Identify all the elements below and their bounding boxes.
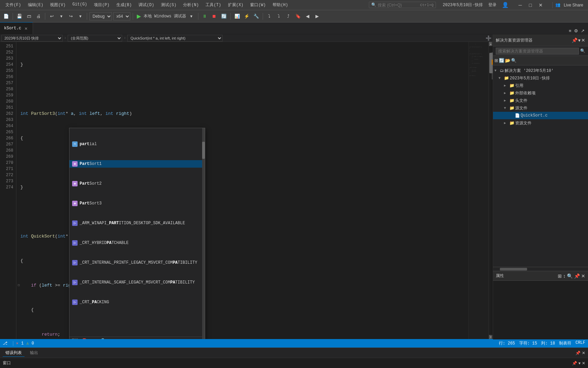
tree-source-files[interactable]: ▼ 📁 源文件: [493, 104, 588, 112]
menu-window[interactable]: 窗口(W): [247, 1, 268, 9]
diagnostics-button[interactable]: 📊: [233, 12, 241, 21]
tree-headers[interactable]: ▶ 📁 头文件: [493, 97, 588, 104]
run-button[interactable]: ▶: [135, 13, 142, 19]
tree-external-deps[interactable]: ▶ 📁 外部依赖项: [493, 89, 588, 97]
menu-edit[interactable]: 编辑(E): [25, 1, 46, 9]
step-out-button[interactable]: ⤴: [284, 12, 293, 21]
ac-icon-shape-5[interactable]: ⏭: [108, 339, 113, 339]
menu-analyze[interactable]: 分析(N): [180, 1, 201, 9]
sol-tb-btn-4[interactable]: 🔍: [511, 58, 517, 63]
menu-project[interactable]: 项目(P): [91, 1, 112, 9]
arch-dropdown[interactable]: x64: [113, 12, 130, 20]
ac-item-partsort2[interactable]: ◈ PartSort2: [69, 180, 205, 187]
title-search-input[interactable]: [378, 3, 419, 7]
undo-drop-button[interactable]: ▾: [57, 12, 65, 21]
menu-extend[interactable]: 扩展(X): [225, 1, 246, 9]
ac-icon-shape-2[interactable]: ⭕: [81, 339, 88, 339]
ac-scrollbar[interactable]: [202, 128, 205, 339]
tree-solution[interactable]: ▼ 🗂 解决方案 '2023年5月10': [493, 67, 588, 74]
tree-quicksort-file[interactable]: 📄 QuickSort.c: [493, 112, 588, 119]
bp-close-btn[interactable]: ✕: [582, 351, 585, 355]
solution-search[interactable]: 🔍: [493, 46, 588, 56]
code-editor[interactable]: 251 252 253 254 255 256 257 258 259 260 …: [0, 42, 493, 339]
redo-drop-button[interactable]: ▾: [76, 12, 84, 21]
undo-button[interactable]: ↩: [48, 12, 56, 21]
bookmark-next-button[interactable]: ▶: [313, 12, 321, 21]
tree-project[interactable]: ▼ 📁 2023年5月10日·快排: [493, 74, 588, 82]
sol-tb-btn-3[interactable]: 📂: [505, 58, 510, 63]
tab-toolbar-btn-3[interactable]: ↗: [580, 28, 585, 34]
ac-icon-shape-4[interactable]: 🔗: [98, 339, 105, 339]
sol-tb-btn-2[interactable]: 🔄: [499, 58, 504, 63]
redo-button[interactable]: ↪: [67, 12, 75, 21]
panel-close-button[interactable]: ✕: [581, 37, 585, 43]
ac-item-crt-hybrid[interactable]: ▷ _CRT_HYBRIDPATCHABLE: [69, 239, 205, 247]
title-search-box[interactable]: 🔍 Ctrl+Q: [369, 2, 436, 8]
tree-hscroll-thumb[interactable]: [500, 268, 527, 271]
ac-item-partsort3[interactable]: ◈ PartSort3: [69, 200, 205, 207]
run-drop-button[interactable]: ▾: [187, 12, 196, 21]
bp-pin-btn[interactable]: 📌: [575, 351, 581, 355]
expand-button[interactable]: ➕: [486, 35, 491, 41]
ac-scrollbar-thumb[interactable]: [202, 142, 205, 159]
scope-selector[interactable]: (全局范围): [68, 35, 122, 42]
menu-debug[interactable]: 调试(D): [136, 1, 157, 9]
prop-btn-close[interactable]: ✕: [581, 273, 585, 279]
tab-output[interactable]: 输出: [27, 349, 41, 356]
print-button[interactable]: 🖨: [34, 12, 43, 21]
perf-button[interactable]: ⚡: [243, 12, 251, 21]
ac-icon-shape-3[interactable]: ⬡: [91, 339, 95, 339]
restart-button[interactable]: 🔄: [220, 12, 228, 21]
sol-tb-btn-1[interactable]: ⊞: [494, 58, 498, 63]
tab-close-ksort[interactable]: ✕: [23, 26, 29, 31]
ac-item-arm[interactable]: ▷ _ARM_WINAPI_PARTITION_DESKTOP_SDK_AVAI…: [69, 219, 205, 227]
tree-references[interactable]: ▶ 📁 引用: [493, 82, 588, 89]
wp-pin-btn[interactable]: 📌: [572, 361, 577, 366]
login-button[interactable]: 登录: [488, 2, 496, 8]
tab-ksort[interactable]: kSort.c ✕: [0, 22, 33, 34]
prop-btn-pin[interactable]: 📌: [574, 273, 580, 279]
bookmark-prev-button[interactable]: ◀: [304, 12, 312, 21]
menu-build[interactable]: 生成(B): [114, 1, 135, 9]
panel-menu-button[interactable]: ▾: [578, 37, 581, 43]
file-selector[interactable]: 2023年5月10日·快排: [1, 35, 63, 42]
pause-button[interactable]: ⏸: [201, 12, 209, 21]
menu-git[interactable]: Git(G): [70, 1, 90, 9]
tab-error-list[interactable]: 错误列表: [3, 349, 24, 357]
ac-icon-shape-1[interactable]: ⬛: [71, 339, 78, 339]
save-all-button[interactable]: 🗃: [25, 12, 33, 21]
ac-item-crt-printf[interactable]: ▷ _CRT_INTERNAL_PRINTF_LEGACY_MSVCRT_COM…: [69, 259, 205, 266]
debug-config-dropdown[interactable]: Debug: [89, 12, 112, 20]
autocomplete-dropdown[interactable]: ≈ partial ◈ PartSort1 ◈ PartSort2 ◈ Part…: [69, 128, 205, 339]
tab-toolbar-btn-1[interactable]: ≡: [568, 28, 572, 34]
minimize-button[interactable]: ─: [516, 1, 525, 9]
ac-item-crt-scanf[interactable]: ▷ _CRT_INTERNAL_SCANF_LEGACY_MSVCRT_COMP…: [69, 279, 205, 286]
wp-close-btn[interactable]: ✕: [582, 361, 585, 366]
solution-search-input[interactable]: [496, 48, 579, 55]
wp-menu-btn[interactable]: ▾: [578, 361, 581, 366]
new-project-button[interactable]: 📄: [2, 12, 10, 21]
editor-scrollbar[interactable]: ▲ ▼: [489, 42, 493, 339]
live-share-button[interactable]: Live Share: [562, 2, 585, 8]
menu-help[interactable]: 帮助(H): [270, 1, 291, 9]
ac-item-partial[interactable]: ≈ partial: [69, 140, 205, 148]
maximize-button[interactable]: □: [526, 1, 535, 9]
bookmark-button[interactable]: 🔖: [294, 12, 302, 21]
prop-btn-sort[interactable]: ↕: [563, 273, 566, 279]
stop-button[interactable]: ⏹: [210, 12, 218, 21]
step-in-button[interactable]: ⤵: [275, 12, 283, 21]
menu-tools[interactable]: 工具(T): [203, 1, 224, 9]
menu-test[interactable]: 测试(S): [158, 1, 179, 9]
ac-item-partsort1[interactable]: ◈ PartSort1: [69, 160, 205, 168]
ac-item-crt-packing[interactable]: ▷ _CRT_PACKING: [69, 298, 205, 306]
tree-resources[interactable]: ▶ 📁 资源文件: [493, 119, 588, 127]
code-content[interactable]: } int PartSort3(int* a, int left, int ri…: [16, 42, 468, 339]
tab-toolbar-btn-2[interactable]: ⚙: [573, 28, 579, 34]
prop-btn-search[interactable]: 🔍: [567, 273, 573, 279]
menu-view[interactable]: 视图(V): [47, 1, 68, 9]
step-over-button[interactable]: ⤵: [265, 12, 274, 21]
prop-btn-grid[interactable]: ⊞: [558, 273, 562, 279]
scroll-track[interactable]: [489, 46, 493, 335]
function-selector[interactable]: QuickSort(int * a, int left, int right): [127, 35, 223, 42]
close-button[interactable]: ✕: [536, 1, 545, 9]
